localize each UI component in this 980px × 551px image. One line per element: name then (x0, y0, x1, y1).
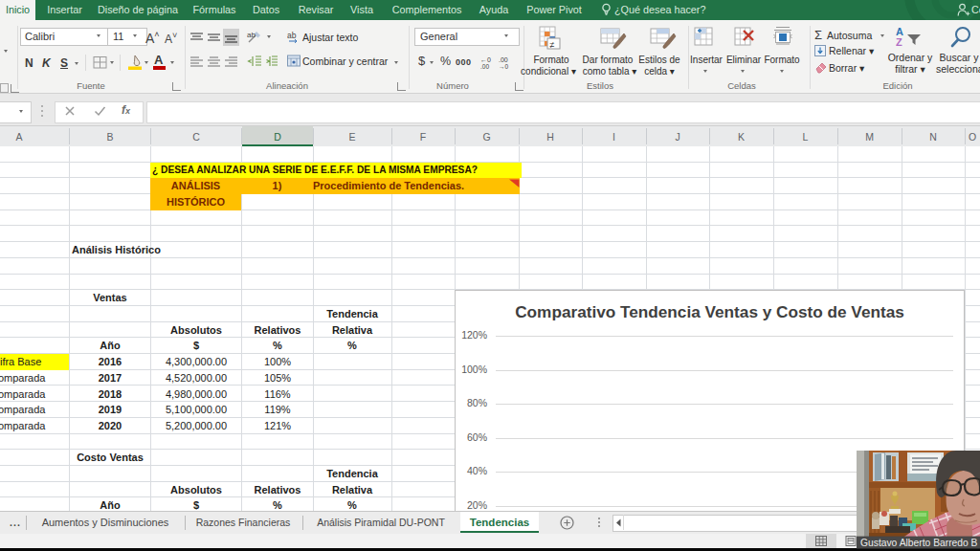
svg-text:.00: .00 (480, 63, 489, 70)
svg-text:.00: .00 (499, 56, 508, 63)
svg-text:Gustavo Alberto Barredo B: Gustavo Alberto Barredo B (860, 538, 978, 548)
svg-text:←0: ←0 (480, 56, 491, 63)
svg-text:→0: →0 (499, 63, 509, 70)
svg-text:ab: ab (247, 31, 256, 39)
svg-text:≠: ≠ (550, 40, 555, 50)
svg-text:Z: Z (896, 36, 902, 47)
svg-text:ab: ab (287, 31, 297, 40)
